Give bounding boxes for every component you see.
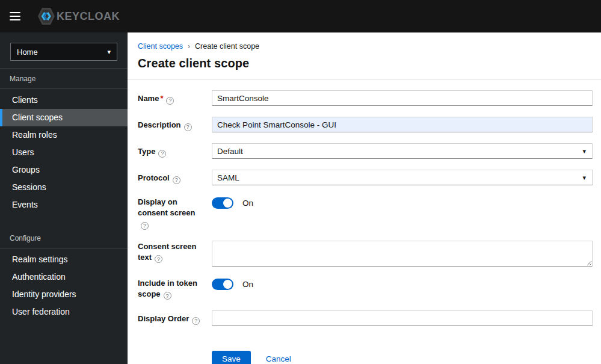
sidebar-item-events[interactable]: Events (0, 196, 128, 214)
nav-section-configure: Configure (0, 228, 128, 248)
breadcrumb-separator-icon: › (188, 42, 190, 51)
form-row-consent-screen-text: Consent screen text? (138, 241, 593, 267)
main-content: Client scopes › Create client scope Crea… (128, 32, 601, 364)
include-in-token-scope-state: On (242, 280, 253, 289)
help-icon[interactable]: ? (155, 255, 162, 263)
chevron-down-icon: ▾ (582, 147, 586, 155)
create-client-scope-form: Name*? Description? Type? (138, 79, 593, 364)
type-select[interactable]: Default ▾ (212, 143, 593, 159)
include-in-token-scope-toggle[interactable] (212, 279, 233, 290)
help-icon[interactable]: ? (141, 222, 149, 230)
protocol-select-value: SAML (217, 173, 239, 182)
breadcrumb-link-client-scopes[interactable]: Client scopes (138, 42, 183, 51)
form-row-display-on-consent: Display on consent screen? On (138, 196, 593, 230)
form-row-protocol: Protocol? SAML ▾ (138, 170, 593, 185)
type-label: Type? (138, 143, 212, 159)
keycloak-hexagon-icon (37, 7, 55, 26)
help-icon[interactable]: ? (192, 317, 200, 325)
required-asterisk: * (160, 94, 163, 103)
display-order-input[interactable] (212, 310, 593, 326)
help-icon[interactable]: ? (158, 150, 166, 158)
form-row-description: Description? (138, 117, 593, 132)
nav-group-configure: Realm settings Authentication Identity p… (0, 251, 128, 321)
type-select-value: Default (217, 147, 243, 156)
save-button[interactable]: Save (212, 351, 251, 364)
sidebar-item-groups[interactable]: Groups (0, 161, 128, 179)
masthead: KEYCLOAK (0, 0, 601, 32)
include-in-token-scope-label: Include in token scope? (138, 277, 212, 300)
consent-screen-text-label: Consent screen text? (138, 241, 212, 267)
name-input[interactable] (212, 90, 593, 106)
sidebar-item-user-federation[interactable]: User federation (0, 303, 128, 321)
form-row-include-in-token-scope: Include in token scope? On (138, 277, 593, 300)
form-row-name: Name*? (138, 90, 593, 106)
protocol-label: Protocol? (138, 170, 212, 185)
brand-text: KEYCLOAK (57, 10, 120, 23)
display-on-consent-label: Display on consent screen? (138, 196, 212, 230)
description-label: Description? (138, 117, 212, 132)
chevron-down-icon: ▾ (582, 174, 586, 182)
sidebar-nav: Home ▾ Manage Clients Client scopes Real… (0, 32, 128, 364)
realm-selector-dropdown[interactable]: Home ▾ (10, 43, 117, 61)
display-on-consent-toggle[interactable] (212, 197, 233, 209)
sidebar-item-clients[interactable]: Clients (0, 91, 128, 109)
sidebar-item-realm-settings[interactable]: Realm settings (0, 251, 128, 268)
name-label: Name*? (138, 90, 212, 106)
chevron-down-icon: ▾ (107, 48, 111, 56)
hamburger-menu-icon[interactable] (10, 12, 20, 20)
help-icon[interactable]: ? (173, 176, 180, 184)
sidebar-item-realm-roles[interactable]: Realm roles (0, 126, 128, 144)
sidebar-item-client-scopes[interactable]: Client scopes (0, 109, 128, 126)
help-icon[interactable]: ? (184, 123, 192, 131)
sidebar-item-sessions[interactable]: Sessions (0, 179, 128, 196)
page-title: Create client scope (138, 57, 593, 70)
keycloak-logo: KEYCLOAK (37, 7, 120, 26)
form-row-display-order: Display Order? (138, 310, 593, 326)
cancel-link[interactable]: Cancel (266, 354, 291, 363)
realm-selector-value: Home (17, 48, 38, 57)
breadcrumb-current: Create client scope (195, 42, 259, 51)
form-row-type: Type? Default ▾ (138, 143, 593, 159)
help-icon[interactable]: ? (164, 292, 171, 300)
display-on-consent-state: On (242, 199, 253, 208)
sidebar-item-users[interactable]: Users (0, 144, 128, 161)
sidebar-item-authentication[interactable]: Authentication (0, 268, 128, 286)
sidebar-item-identity-providers[interactable]: Identity providers (0, 286, 128, 303)
consent-screen-text-textarea[interactable] (212, 241, 593, 267)
description-input[interactable] (212, 117, 593, 132)
breadcrumb: Client scopes › Create client scope (138, 42, 593, 51)
protocol-select[interactable]: SAML ▾ (212, 170, 593, 185)
display-order-label: Display Order? (138, 310, 212, 326)
form-actions-row: Save Cancel (138, 337, 593, 364)
help-icon[interactable]: ? (166, 97, 174, 105)
nav-section-manage: Manage (0, 69, 128, 89)
nav-group-manage: Clients Client scopes Realm roles Users … (0, 91, 128, 214)
